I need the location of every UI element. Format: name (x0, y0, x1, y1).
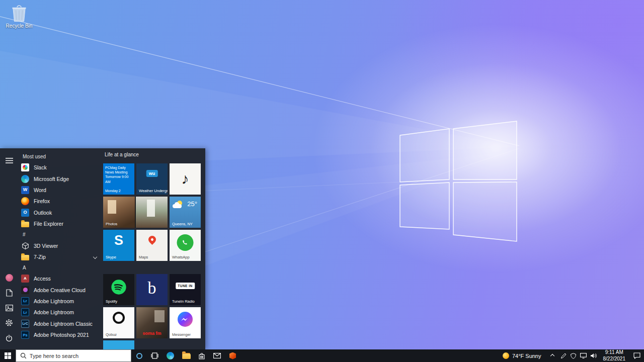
tile-label: Messenger (172, 332, 191, 337)
tile-weather[interactable]: 25° Queens, NY (170, 197, 201, 228)
gear-icon (5, 319, 13, 327)
user-account-button[interactable] (4, 272, 15, 283)
office-button[interactable] (225, 349, 240, 362)
mail-button[interactable] (209, 349, 225, 362)
tile-maps[interactable]: Maps (136, 230, 168, 261)
app-item-label: Adobe Creative Cloud (34, 287, 86, 293)
weather-temp: 25° (187, 200, 197, 208)
app-item-7zip[interactable]: 7-Zip (18, 251, 103, 262)
app-item-outlook[interactable]: O Outlook (18, 207, 103, 218)
tile-label: Maps (139, 255, 148, 259)
outlook-icon: O (21, 209, 29, 217)
app-item-adobe-lightroom-classic[interactable]: LrC Adobe Lightroom Classic (18, 318, 103, 329)
section-header-a[interactable]: A (18, 262, 103, 273)
taskbar: 74°F Sunny (0, 349, 644, 362)
tile-group-header[interactable]: Life at a glance (105, 152, 139, 157)
search-input[interactable] (30, 353, 127, 359)
tile-label: TuneIn Radio (172, 299, 195, 304)
taskbar-clock[interactable]: 9:11 AM 8/22/2021 (599, 349, 630, 362)
documents-button[interactable] (4, 287, 15, 298)
tile-label: Qobuz (106, 332, 117, 337)
tile-calendar[interactable]: PCMag Daily News Meeting Tomorrow 9:00 A… (103, 163, 134, 195)
tile-tunein-radio[interactable]: TUNE IN TuneIn Radio (170, 274, 201, 305)
weather-text: 74°F Sunny (512, 353, 541, 359)
tile-messenger[interactable]: Messenger (170, 307, 201, 338)
network-tray-button[interactable] (579, 349, 588, 362)
map-pin-icon (147, 234, 157, 245)
app-item-access[interactable]: A Access (18, 273, 103, 284)
network-icon (580, 353, 587, 358)
skype-icon: S (114, 233, 123, 248)
b-logo: b (148, 280, 156, 297)
user-avatar-icon (6, 274, 13, 282)
app-item-adobe-creative-cloud[interactable]: Adobe Creative Cloud (18, 285, 103, 296)
tile-weather-underground[interactable]: wu Weather Underground (136, 163, 168, 195)
action-center-button[interactable] (630, 349, 644, 362)
security-shield-icon (571, 353, 576, 359)
chevron-down-icon[interactable] (93, 255, 97, 259)
hidden-icons-chevron[interactable] (550, 353, 554, 357)
sun-cloud-icon (173, 202, 184, 209)
tile-skype[interactable]: S Skype (103, 230, 134, 261)
app-item-label: Adobe Lightroom (34, 298, 74, 304)
app-item-adobe-lightroom[interactable]: Lr Adobe Lightroom (18, 296, 103, 307)
task-view-button[interactable] (147, 349, 163, 362)
expand-menu-button[interactable] (4, 155, 15, 166)
taskbar-search[interactable] (16, 349, 131, 362)
access-icon: A (21, 275, 29, 283)
firefox-icon (21, 197, 29, 205)
tile-photos[interactable]: Photos (103, 197, 168, 228)
tile-whatsapp[interactable]: WhatsApp (170, 230, 201, 261)
tile-soma-fm[interactable]: soma fm (136, 307, 168, 338)
app-item-word[interactable]: W Word (18, 185, 103, 196)
file-explorer-icon (182, 353, 190, 359)
office-icon (229, 352, 236, 359)
pen-tray-button[interactable] (559, 349, 568, 362)
tile-partial[interactable] (103, 340, 134, 349)
system-tray: 74°F Sunny (498, 349, 644, 362)
app-item-3d-viewer[interactable]: 3D Viewer (18, 240, 103, 251)
tile-music[interactable]: ♪ (170, 163, 201, 195)
mail-envelope-icon (213, 353, 221, 358)
recycle-bin-icon (11, 4, 28, 22)
recycle-bin[interactable]: Recycle Bin (3, 4, 35, 29)
start-menu-rail (0, 148, 18, 349)
app-item-label: Slack (34, 164, 47, 170)
app-item-firefox[interactable]: Firefox (18, 196, 103, 207)
app-item-label: Word (34, 187, 46, 193)
power-button[interactable] (4, 332, 15, 343)
lightroom-icon: Lr (21, 308, 29, 316)
qobuz-icon (113, 312, 125, 324)
start-button[interactable] (0, 349, 16, 362)
section-header-hash[interactable]: # (18, 229, 103, 240)
app-item-label: Outlook (34, 210, 52, 216)
tile-spotify[interactable]: Spotify (103, 274, 134, 305)
pictures-icon (6, 305, 13, 311)
microsoft-store-button[interactable] (194, 349, 209, 362)
cortana-button[interactable] (131, 349, 147, 362)
app-item-adobe-photoshop-2021[interactable]: Ps Adobe Photoshop 2021 (18, 329, 103, 340)
photoshop-icon: Ps (21, 331, 29, 339)
security-tray-button[interactable] (569, 349, 578, 362)
adobe-creative-cloud-icon (21, 286, 29, 294)
app-item-file-explorer[interactable]: File Explorer (18, 218, 103, 229)
calendar-event: PCMag Daily News Meeting (105, 165, 132, 174)
start-menu-app-list: Most used Slack Microsoft Edge W Word Fi… (18, 151, 103, 340)
app-item-microsoft-edge[interactable]: Microsoft Edge (18, 173, 103, 184)
app-item-slack[interactable]: Slack (18, 162, 103, 173)
file-explorer-taskbar-button[interactable] (178, 349, 194, 362)
photo-thumbnail (136, 197, 168, 228)
cube-icon (21, 242, 29, 250)
tile-label: Photos (106, 222, 117, 226)
desktop: Recycle Bin (0, 0, 644, 362)
taskbar-weather[interactable]: 74°F Sunny (498, 349, 546, 362)
volume-tray-button[interactable] (589, 349, 598, 362)
tile-b-app[interactable]: b (136, 274, 168, 305)
app-item-label: Microsoft Edge (34, 176, 69, 182)
app-item-adobe-lightroom-2[interactable]: Lr Adobe Lightroom (18, 307, 103, 318)
settings-button[interactable] (4, 317, 15, 328)
edge-taskbar-button[interactable] (163, 349, 178, 362)
pictures-button[interactable] (4, 302, 15, 313)
tile-label: Weather Underground (139, 189, 168, 193)
tile-qobuz[interactable]: Qobuz (103, 307, 134, 338)
